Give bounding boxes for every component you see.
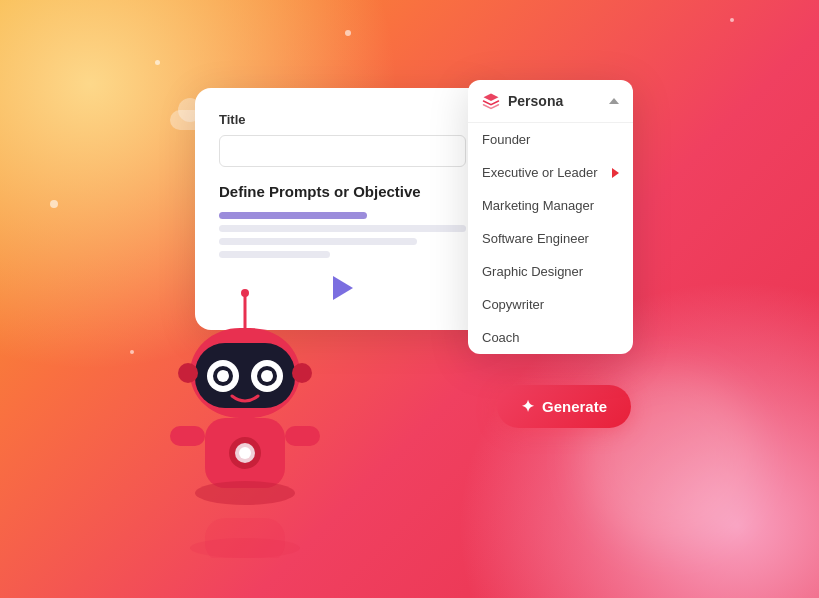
persona-dropdown: Persona Founder Executive or Leader Mark… [468,80,633,354]
svg-point-12 [178,363,198,383]
persona-item-marketing[interactable]: Marketing Manager [468,189,633,222]
persona-item-engineer[interactable]: Software Engineer [468,222,633,255]
line-full [219,225,466,232]
svg-rect-18 [170,426,205,446]
line-mid [219,238,417,245]
dot-5 [130,350,134,354]
persona-title: Persona [508,93,563,109]
dot-4 [50,200,58,208]
dot-2 [155,60,160,65]
persona-item-label: Graphic Designer [482,264,583,279]
generate-icon: ✦ [521,397,534,416]
persona-item-label: Executive or Leader [482,165,598,180]
svg-point-11 [268,371,272,375]
dot-1 [345,30,351,36]
lines-placeholder [219,212,466,258]
svg-point-1 [241,289,249,297]
arrow-right-icon [612,168,619,178]
robot-character [160,288,330,558]
persona-item-founder[interactable]: Founder [468,123,633,156]
generate-button[interactable]: ✦ Generate [497,385,631,428]
play-icon[interactable] [333,276,353,300]
generate-label: Generate [542,398,607,415]
persona-header[interactable]: Persona [468,80,633,123]
persona-item-label: Founder [482,132,530,147]
dot-3 [730,18,734,22]
title-input[interactable] [219,135,466,167]
line-short [219,251,330,258]
layers-icon [482,92,500,110]
persona-item-copywriter[interactable]: Copywriter [468,288,633,321]
line-accent [219,212,367,219]
persona-list: Founder Executive or Leader Marketing Ma… [468,123,633,354]
svg-point-7 [224,371,228,375]
persona-item-label: Marketing Manager [482,198,594,213]
persona-item-label: Coach [482,330,520,345]
svg-point-17 [239,447,251,459]
persona-header-left: Persona [482,92,563,110]
svg-rect-22 [205,518,285,558]
svg-point-13 [292,363,312,383]
chevron-up-icon [609,98,619,104]
persona-item-designer[interactable]: Graphic Designer [468,255,633,288]
svg-point-20 [195,481,295,505]
persona-item-label: Copywriter [482,297,544,312]
svg-rect-19 [285,426,320,446]
persona-item-executive[interactable]: Executive or Leader [468,156,633,189]
persona-item-coach[interactable]: Coach [468,321,633,354]
section-label: Define Prompts or Objective [219,183,466,200]
title-label: Title [219,112,466,127]
persona-item-label: Software Engineer [482,231,589,246]
